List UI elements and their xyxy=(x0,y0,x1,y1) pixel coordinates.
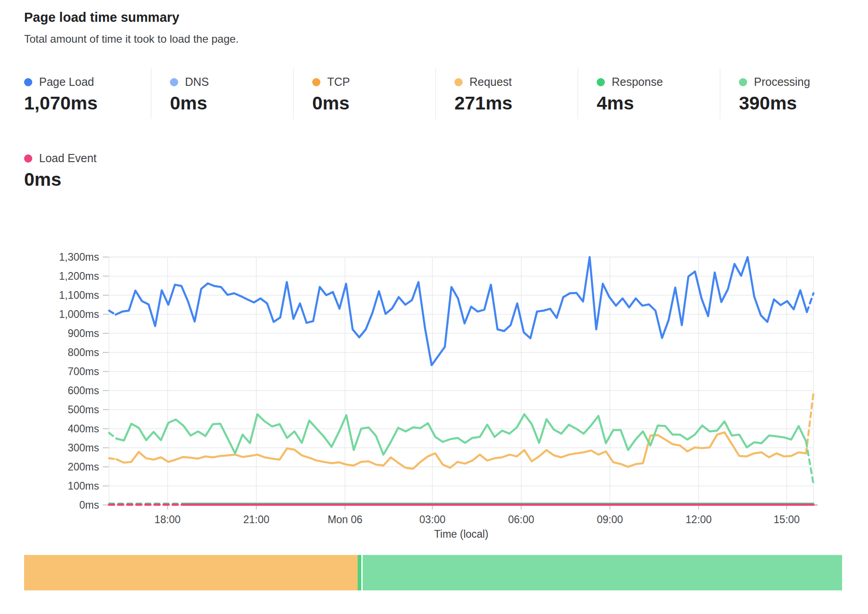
x-tick-label: 06:00 xyxy=(508,514,534,525)
y-tick-label: 1,000ms xyxy=(59,308,99,320)
series-page-load xyxy=(109,257,813,365)
x-tick-label: 09:00 xyxy=(597,514,623,525)
page: Page load time summary Total amount of t… xyxy=(0,0,868,614)
y-tick-label: 100ms xyxy=(68,480,99,492)
y-tick-label: 500ms xyxy=(68,404,99,416)
plot-border xyxy=(109,257,813,505)
x-tick-label: 12:00 xyxy=(686,514,712,525)
y-tick-label: 300ms xyxy=(68,442,99,454)
y-tick-label: 1,300ms xyxy=(59,251,99,263)
x-tick-label: Mon 06 xyxy=(328,514,363,525)
y-tick-label: 900ms xyxy=(68,327,99,339)
x-tick-label: 18:00 xyxy=(155,514,181,525)
y-tick-label: 700ms xyxy=(68,366,99,377)
x-axis-title: Time (local) xyxy=(434,528,488,540)
y-tick-label: 400ms xyxy=(68,423,99,435)
y-tick-label: 1,200ms xyxy=(59,270,99,282)
x-grid: 18:0021:00Mon 0603:0006:0009:0012:0015:0… xyxy=(155,257,818,525)
load-time-chart[interactable]: 0ms100ms200ms300ms400ms500ms600ms700ms80… xyxy=(0,0,868,614)
x-tick-label: 15:00 xyxy=(773,514,800,525)
y-tick-label: 200ms xyxy=(68,461,99,473)
x-tick-label: 21:00 xyxy=(243,514,269,525)
y-tick-label: 0ms xyxy=(80,499,99,511)
x-tick-label: 03:00 xyxy=(419,514,446,525)
bar-segment-response-portion[interactable] xyxy=(363,555,842,590)
y-tick-label: 800ms xyxy=(68,347,99,358)
y-tick-label: 1,100ms xyxy=(59,289,99,301)
bar-segment-divider-sliver[interactable] xyxy=(358,555,361,590)
bar-segment-request-portion[interactable] xyxy=(24,555,358,590)
y-tick-label: 600ms xyxy=(68,385,99,396)
timeline-summary-bar[interactable] xyxy=(24,555,844,590)
series-processing xyxy=(109,414,813,484)
